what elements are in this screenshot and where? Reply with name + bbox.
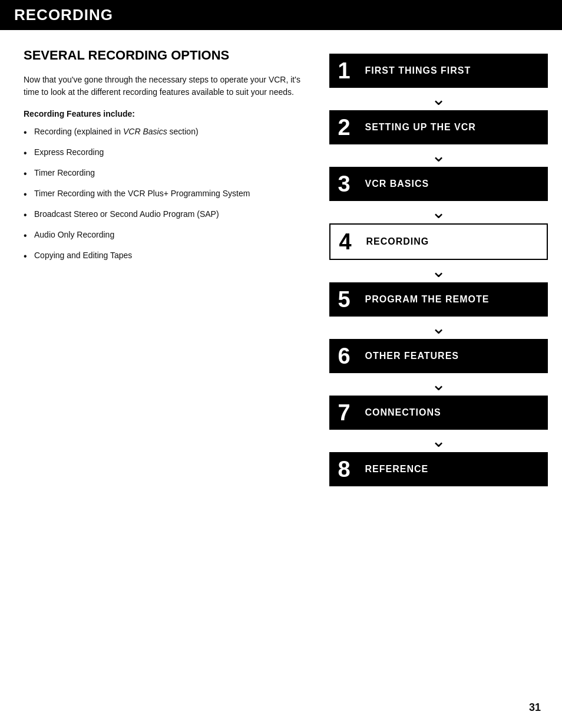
nav-box-3: 3 VCR BASICS [329,167,548,201]
arrow-3: ⌄ [329,201,548,223]
nav-label-4: RECORDING [366,236,429,247]
features-label: Recording Features include: [24,109,306,118]
arrow-2: ⌄ [329,144,548,167]
nav-number-7: 7 [338,401,359,424]
list-item: Timer Recording with the VCR Plus+ Progr… [24,187,306,200]
list-item: Recording (explained in VCR Basics secti… [24,126,306,138]
nav-label-5: PROGRAM THE REMOTE [365,294,489,305]
nav-box-6: 6 OTHER FEATURES [329,339,548,373]
nav-label-3: VCR BASICS [365,179,429,189]
nav-number-3: 3 [338,173,359,195]
arrow-5: ⌄ [329,317,548,339]
arrow-6: ⌄ [329,373,548,396]
nav-item-6: 6 OTHER FEATURES [329,339,548,373]
left-column: SEVERAL RECORDING OPTIONS Now that you'v… [24,48,312,486]
nav-box-1: 1 FIRST THINGS FIRST [329,54,548,88]
nav-number-1: 1 [338,60,359,82]
nav-number-2: 2 [338,116,359,139]
bullet-list: Recording (explained in VCR Basics secti… [24,126,306,262]
page-number: 31 [529,701,541,714]
list-item: Audio Only Recording [24,229,306,241]
list-item: Timer Recording [24,167,306,179]
right-column: 1 FIRST THINGS FIRST ⌄ 2 SETTING UP THE … [329,48,548,486]
nav-label-7: CONNECTIONS [365,407,441,418]
page-header: RECORDING [0,0,562,30]
nav-box-2: 2 SETTING UP THE VCR [329,110,548,144]
nav-item-4: 4 RECORDING [329,223,548,260]
nav-number-6: 6 [338,345,359,367]
page-title: RECORDING [14,6,113,24]
nav-label-8: REFERENCE [365,464,428,475]
arrow-7: ⌄ [329,430,548,452]
nav-box-4: 4 RECORDING [329,223,548,260]
nav-item-3: 3 VCR BASICS [329,167,548,201]
nav-item-5: 5 PROGRAM THE REMOTE [329,282,548,317]
nav-item-2: 2 SETTING UP THE VCR [329,110,548,144]
list-item: Express Recording [24,146,306,159]
nav-box-7: 7 CONNECTIONS [329,396,548,430]
section-title: SEVERAL RECORDING OPTIONS [24,48,306,63]
arrow-1: ⌄ [329,88,548,110]
page-content: SEVERAL RECORDING OPTIONS Now that you'v… [0,30,562,504]
nav-label-2: SETTING UP THE VCR [365,122,475,133]
nav-number-4: 4 [339,230,360,253]
arrow-4: ⌄ [329,260,548,282]
intro-text: Now that you've gone through the necessa… [24,74,306,98]
nav-box-5: 5 PROGRAM THE REMOTE [329,282,548,317]
nav-item-7: 7 CONNECTIONS [329,396,548,430]
nav-label-6: OTHER FEATURES [365,351,458,361]
list-item: Copying and Editing Tapes [24,249,306,262]
list-item: Broadcast Stereo or Second Audio Program… [24,208,306,220]
nav-number-5: 5 [338,288,359,311]
nav-box-8: 8 REFERENCE [329,452,548,486]
nav-item-1: 1 FIRST THINGS FIRST [329,54,548,88]
nav-number-8: 8 [338,458,359,480]
nav-item-8: 8 REFERENCE [329,452,548,486]
nav-label-1: FIRST THINGS FIRST [365,65,471,76]
